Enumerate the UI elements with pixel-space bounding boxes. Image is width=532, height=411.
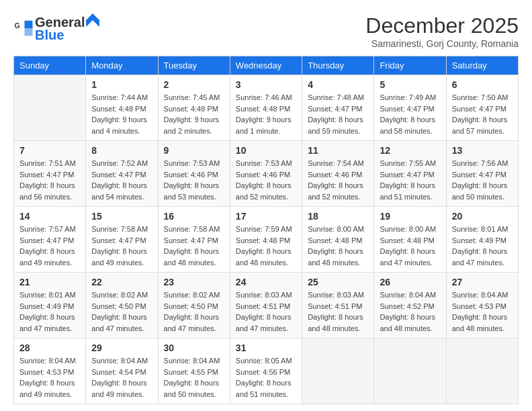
calendar-week-row: 7Sunrise: 7:51 AM Sunset: 4:47 PM Daylig… [14,141,519,207]
calendar-cell: 9Sunrise: 7:53 AM Sunset: 4:46 PM Daylig… [158,141,230,207]
day-number: 21 [19,277,80,287]
day-number: 3 [236,79,296,90]
calendar-cell: 16Sunrise: 7:58 AM Sunset: 4:47 PM Dayli… [158,207,230,273]
day-info: Sunrise: 7:48 AM Sunset: 4:47 PM Dayligh… [308,92,368,136]
calendar-week-row: 28Sunrise: 8:04 AM Sunset: 4:53 PM Dayli… [14,338,519,404]
day-header-tuesday: Tuesday [158,56,230,75]
calendar-cell: 22Sunrise: 8:02 AM Sunset: 4:50 PM Dayli… [86,273,158,338]
day-info: Sunrise: 8:04 AM Sunset: 4:53 PM Dayligh… [452,289,513,334]
day-info: Sunrise: 7:59 AM Sunset: 4:48 PM Dayligh… [236,224,296,268]
day-header-thursday: Thursday [302,56,374,75]
calendar-cell: 17Sunrise: 7:59 AM Sunset: 4:48 PM Dayli… [230,207,302,273]
calendar-week-row: 1Sunrise: 7:44 AM Sunset: 4:48 PM Daylig… [14,75,519,141]
day-info: Sunrise: 7:58 AM Sunset: 4:47 PM Dayligh… [164,224,224,268]
calendar-body: 1Sunrise: 7:44 AM Sunset: 4:48 PM Daylig… [14,75,519,404]
day-number: 12 [380,145,440,156]
day-info: Sunrise: 8:04 AM Sunset: 4:55 PM Dayligh… [164,355,224,400]
day-number: 28 [19,342,80,353]
day-info: Sunrise: 7:53 AM Sunset: 4:46 PM Dayligh… [236,158,296,202]
calendar-cell: 19Sunrise: 8:00 AM Sunset: 4:48 PM Dayli… [374,207,446,273]
day-number: 6 [452,79,513,90]
day-info: Sunrise: 7:56 AM Sunset: 4:47 PM Dayligh… [452,158,513,202]
calendar-cell: 27Sunrise: 8:04 AM Sunset: 4:53 PM Dayli… [446,273,518,338]
day-number: 8 [91,145,152,156]
calendar-cell: 10Sunrise: 7:53 AM Sunset: 4:46 PM Dayli… [230,141,302,207]
day-info: Sunrise: 8:03 AM Sunset: 4:51 PM Dayligh… [236,289,296,334]
calendar-cell: 21Sunrise: 8:01 AM Sunset: 4:49 PM Dayli… [14,273,86,338]
day-info: Sunrise: 7:57 AM Sunset: 4:47 PM Dayligh… [19,224,80,268]
day-number: 7 [19,145,80,156]
day-info: Sunrise: 8:01 AM Sunset: 4:49 PM Dayligh… [19,289,80,334]
day-info: Sunrise: 7:53 AM Sunset: 4:46 PM Dayligh… [164,158,224,202]
day-header-friday: Friday [374,56,446,75]
day-info: Sunrise: 8:01 AM Sunset: 4:49 PM Dayligh… [452,224,513,268]
calendar-cell [302,338,374,404]
day-info: Sunrise: 7:58 AM Sunset: 4:47 PM Dayligh… [91,224,152,268]
day-number: 26 [380,277,440,287]
calendar-cell: 1Sunrise: 7:44 AM Sunset: 4:48 PM Daylig… [86,75,158,141]
calendar-cell: 30Sunrise: 8:04 AM Sunset: 4:55 PM Dayli… [158,338,230,404]
title-block: December 2025 Samarinesti, Gorj County, … [365,13,519,49]
calendar-cell: 8Sunrise: 7:52 AM Sunset: 4:47 PM Daylig… [86,141,158,207]
calendar-cell: 6Sunrise: 7:50 AM Sunset: 4:47 PM Daylig… [446,75,518,141]
calendar-cell: 28Sunrise: 8:04 AM Sunset: 4:53 PM Dayli… [14,338,86,404]
calendar-cell: 5Sunrise: 7:49 AM Sunset: 4:47 PM Daylig… [374,75,446,141]
calendar-cell: 29Sunrise: 8:04 AM Sunset: 4:54 PM Dayli… [86,338,158,404]
calendar-cell: 7Sunrise: 7:51 AM Sunset: 4:47 PM Daylig… [14,141,86,207]
day-header-saturday: Saturday [446,56,518,75]
calendar-cell: 13Sunrise: 7:56 AM Sunset: 4:47 PM Dayli… [446,141,518,207]
logo-triangle [86,13,99,27]
calendar-week-row: 14Sunrise: 7:57 AM Sunset: 4:47 PM Dayli… [14,207,519,273]
day-number: 18 [308,211,368,222]
calendar-cell: 23Sunrise: 8:02 AM Sunset: 4:50 PM Dayli… [158,273,230,338]
day-info: Sunrise: 7:49 AM Sunset: 4:47 PM Dayligh… [380,92,440,136]
calendar-cell [14,75,86,141]
svg-marker-3 [86,13,99,27]
calendar-cell [446,338,518,404]
day-number: 24 [236,277,296,287]
calendar-header-row: SundayMondayTuesdayWednesdayThursdayFrid… [14,56,519,75]
day-number: 23 [164,277,224,287]
day-number: 10 [236,145,296,156]
calendar-cell: 12Sunrise: 7:55 AM Sunset: 4:47 PM Dayli… [374,141,446,207]
day-number: 1 [91,79,152,90]
day-number: 5 [380,79,440,90]
day-number: 15 [91,211,152,222]
day-header-wednesday: Wednesday [230,56,302,75]
location-subtitle: Samarinesti, Gorj County, Romania [365,38,519,49]
day-info: Sunrise: 8:00 AM Sunset: 4:48 PM Dayligh… [308,224,368,268]
day-info: Sunrise: 7:46 AM Sunset: 4:48 PM Dayligh… [236,92,296,136]
day-number: 30 [164,342,224,353]
day-info: Sunrise: 7:51 AM Sunset: 4:47 PM Dayligh… [19,158,80,202]
day-number: 2 [164,79,224,90]
svg-marker-2 [25,28,33,36]
calendar-cell: 26Sunrise: 8:04 AM Sunset: 4:52 PM Dayli… [374,273,446,338]
calendar-cell: 14Sunrise: 7:57 AM Sunset: 4:47 PM Dayli… [14,207,86,273]
calendar-cell: 25Sunrise: 8:03 AM Sunset: 4:51 PM Dayli… [302,273,374,338]
day-number: 13 [452,145,513,156]
logo-icon: G [13,18,34,38]
day-info: Sunrise: 7:45 AM Sunset: 4:48 PM Dayligh… [164,92,224,136]
day-info: Sunrise: 7:44 AM Sunset: 4:48 PM Dayligh… [91,92,152,136]
calendar-cell: 2Sunrise: 7:45 AM Sunset: 4:48 PM Daylig… [158,75,230,141]
day-number: 22 [91,277,152,287]
calendar-cell: 11Sunrise: 7:54 AM Sunset: 4:46 PM Dayli… [302,141,374,207]
svg-marker-1 [25,21,33,28]
day-number: 31 [236,342,296,353]
day-info: Sunrise: 8:02 AM Sunset: 4:50 PM Dayligh… [91,289,152,334]
day-number: 16 [164,211,224,222]
day-number: 9 [164,145,224,156]
day-info: Sunrise: 7:52 AM Sunset: 4:47 PM Dayligh… [91,158,152,202]
day-number: 25 [308,277,368,287]
calendar-cell: 20Sunrise: 8:01 AM Sunset: 4:49 PM Dayli… [446,207,518,273]
day-number: 19 [380,211,440,222]
day-info: Sunrise: 8:04 AM Sunset: 4:52 PM Dayligh… [380,289,440,334]
page-header: G General Blue December 2025 Samarinesti… [13,13,519,49]
day-info: Sunrise: 8:05 AM Sunset: 4:56 PM Dayligh… [236,355,296,400]
day-header-monday: Monday [86,56,158,75]
day-info: Sunrise: 8:04 AM Sunset: 4:54 PM Dayligh… [91,355,152,400]
calendar-cell: 24Sunrise: 8:03 AM Sunset: 4:51 PM Dayli… [230,273,302,338]
calendar-cell: 31Sunrise: 8:05 AM Sunset: 4:56 PM Dayli… [230,338,302,404]
calendar-cell: 15Sunrise: 7:58 AM Sunset: 4:47 PM Dayli… [86,207,158,273]
svg-text:G: G [15,21,20,30]
